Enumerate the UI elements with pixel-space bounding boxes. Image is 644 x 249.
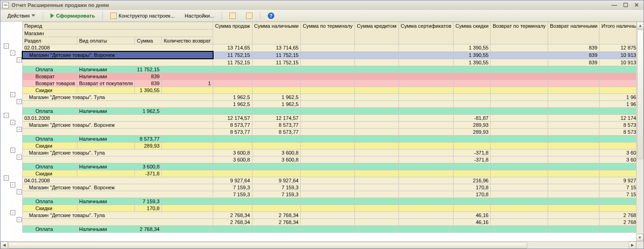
- grid-cell[interactable]: [301, 156, 355, 163]
- table-row[interactable]: ОплатаНаличными2 768,34: [22, 225, 644, 232]
- sum-cell[interactable]: 1 962,5: [135, 107, 162, 114]
- qty-cell[interactable]: [162, 107, 213, 114]
- grid-cell[interactable]: [252, 80, 301, 87]
- grid-cell[interactable]: 839: [548, 59, 599, 66]
- table-row[interactable]: 3 600,83 600,8-371,83 600,8: [22, 156, 644, 163]
- grid-cell[interactable]: [213, 170, 252, 177]
- hscroll-thumb[interactable]: [8, 242, 527, 249]
- grid-cell[interactable]: [491, 107, 548, 114]
- paytype-cell[interactable]: Наличными: [77, 198, 135, 205]
- section-cell[interactable]: Оплата: [22, 225, 77, 232]
- grid-cell[interactable]: [491, 51, 548, 59]
- grid-cell[interactable]: [548, 107, 599, 114]
- grid-cell[interactable]: [491, 191, 548, 198]
- grid-cell[interactable]: 8 573,77: [252, 121, 301, 128]
- grid-cell[interactable]: [213, 142, 252, 149]
- grid-cell[interactable]: [213, 107, 252, 114]
- paytype-cell[interactable]: Наличными: [77, 135, 135, 142]
- paytype-cell[interactable]: [77, 87, 135, 93]
- grid-cell[interactable]: [398, 198, 453, 205]
- store-sub-cell[interactable]: [22, 191, 213, 198]
- grid-cell[interactable]: 13 714,65: [213, 44, 252, 52]
- grid-cell[interactable]: [301, 80, 355, 87]
- vertical-scrollbar[interactable]: ▲: [636, 22, 644, 241]
- sum-cell[interactable]: 2 768,34: [135, 225, 162, 232]
- grid-cell[interactable]: [491, 149, 548, 156]
- grid-cell[interactable]: [548, 93, 599, 100]
- grid-cell[interactable]: 3 600,8: [213, 149, 252, 156]
- section-cell[interactable]: Оплата: [22, 198, 77, 205]
- grid-cell[interactable]: [491, 142, 548, 149]
- grid-cell[interactable]: -371,8: [454, 149, 491, 156]
- section-cell[interactable]: Оплата: [22, 107, 77, 114]
- grid-cell[interactable]: 8 573,77: [213, 121, 252, 128]
- store-sub-cell[interactable]: [22, 156, 213, 163]
- sum-cell[interactable]: 3 600,8: [135, 163, 162, 170]
- grid-cell[interactable]: [454, 225, 491, 232]
- grid-cell[interactable]: [491, 114, 548, 121]
- grid-cell[interactable]: [491, 212, 548, 218]
- actions-menu-button[interactable]: Действия: [3, 12, 39, 20]
- section-cell[interactable]: Возврат товаров: [22, 80, 77, 87]
- grid-cell[interactable]: [355, 107, 399, 114]
- expander-row[interactable]: -: [0, 98, 22, 105]
- grid-cell[interactable]: [398, 100, 453, 107]
- grid-cell[interactable]: [454, 142, 491, 149]
- grid-cell[interactable]: [301, 184, 355, 191]
- grid-cell[interactable]: [355, 163, 399, 170]
- grid-cell[interactable]: [301, 149, 355, 156]
- grid-cell[interactable]: 3 600,8: [213, 156, 252, 163]
- tool-button-1[interactable]: [225, 11, 240, 20]
- grid-cell[interactable]: [454, 135, 491, 142]
- grid-cell[interactable]: [252, 225, 301, 232]
- grid-cell[interactable]: [548, 184, 599, 191]
- help-button[interactable]: ?: [264, 11, 278, 20]
- grid-cell[interactable]: [398, 205, 453, 212]
- grid-cell[interactable]: [454, 80, 491, 87]
- grid-cell[interactable]: [252, 163, 301, 170]
- grid-cell[interactable]: [548, 156, 599, 163]
- table-row[interactable]: 04.01.20089 927,649 927,64216,969 927,64: [22, 177, 644, 184]
- grid-cell[interactable]: 9 927,64: [213, 177, 252, 184]
- qty-cell[interactable]: [162, 135, 213, 142]
- grid-cell[interactable]: [355, 87, 399, 93]
- grid-cell[interactable]: [491, 205, 548, 212]
- grid-cell[interactable]: [355, 225, 399, 232]
- grid-cell[interactable]: 8 573,77: [213, 128, 252, 135]
- scroll-down-button[interactable]: ▼: [636, 234, 644, 241]
- section-cell[interactable]: Скидки: [22, 170, 77, 177]
- grid-cell[interactable]: [454, 93, 491, 100]
- table-row[interactable]: ОплатаНаличными3 600,8: [22, 163, 644, 170]
- date-cell[interactable]: 02.01.2008: [22, 44, 213, 52]
- table-row[interactable]: 11 752,1511 752,151 390,5583910 913,15: [22, 59, 644, 66]
- sum-cell[interactable]: -371,8: [135, 170, 162, 177]
- store-sub-cell[interactable]: [22, 218, 213, 225]
- grid-cell[interactable]: 2 768,34: [213, 212, 252, 218]
- grid-cell[interactable]: 170,8: [454, 184, 491, 191]
- scroll-right-button[interactable]: ▶: [629, 242, 636, 249]
- expander-row[interactable]: -: [0, 112, 22, 119]
- grid-cell[interactable]: [301, 177, 355, 184]
- table-row[interactable]: 2 768,342 768,3446,162 768,34: [22, 218, 644, 225]
- grid-cell[interactable]: [548, 80, 599, 87]
- qty-cell[interactable]: [162, 198, 213, 205]
- grid-cell[interactable]: [213, 73, 252, 80]
- paytype-cell[interactable]: Наличными: [77, 66, 135, 73]
- grid-cell[interactable]: [454, 170, 491, 177]
- grid-cell[interactable]: [301, 225, 355, 232]
- grid-cell[interactable]: [355, 59, 399, 66]
- grid-cell[interactable]: [398, 51, 453, 59]
- grid-cell[interactable]: [301, 121, 355, 128]
- table-row[interactable]: ОплатаНаличными8 573,77: [22, 135, 644, 142]
- expander-row[interactable]: -: [0, 188, 22, 195]
- grid-cell[interactable]: -81,87: [454, 114, 491, 121]
- grid-cell[interactable]: [301, 44, 355, 52]
- expander-row[interactable]: -: [0, 209, 22, 216]
- grid-cell[interactable]: 12 174,57: [252, 114, 301, 121]
- maximize-button[interactable]: ☐: [620, 2, 631, 8]
- grid-cell[interactable]: [252, 135, 301, 142]
- table-row[interactable]: Магазин "Детские товары". Воронеж7 159,3…: [22, 184, 644, 191]
- grid-cell[interactable]: [398, 44, 453, 52]
- grid-cell[interactable]: [301, 205, 355, 212]
- paytype-cell[interactable]: [77, 142, 135, 149]
